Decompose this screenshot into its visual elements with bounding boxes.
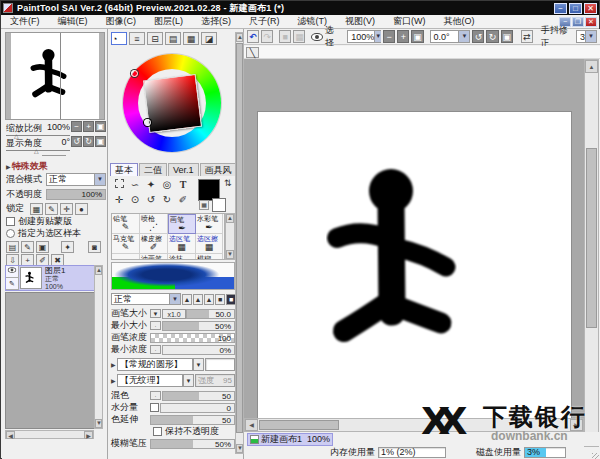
- mix-slider[interactable]: 50: [162, 391, 235, 401]
- brush-smudge[interactable]: 涂抹: [168, 254, 196, 260]
- hue-marker[interactable]: [131, 70, 138, 77]
- menu-view[interactable]: 视图(V): [336, 15, 384, 28]
- scroll-down-icon[interactable]: ▼: [226, 250, 234, 259]
- menu-file[interactable]: 文件(F): [1, 15, 49, 28]
- eyedropper-tool[interactable]: ✐: [175, 193, 191, 208]
- brush-blend-mode-dropdown[interactable]: 正常 ▼: [111, 293, 181, 305]
- brush-density-slider[interactable]: 100: [150, 333, 235, 343]
- delete-layer-icon[interactable]: ✖: [51, 254, 64, 266]
- min-density-pressure-icon[interactable]: ·: [150, 345, 161, 354]
- scroll-up-icon[interactable]: ▲: [226, 214, 234, 223]
- resize-grip[interactable]: [592, 453, 599, 459]
- transfer-down-icon[interactable]: ⇩: [6, 254, 19, 266]
- rotate-cw-button[interactable]: ↻: [83, 136, 94, 147]
- scroll-thumb[interactable]: [586, 148, 597, 328]
- swap-colors-icon[interactable]: ⇅: [224, 178, 232, 188]
- brush-airbrush[interactable]: 喷枪⋰: [140, 214, 168, 234]
- water-slider[interactable]: 0: [160, 403, 235, 413]
- undo-button[interactable]: ↶: [247, 30, 259, 43]
- menu-window[interactable]: 窗口(W): [384, 15, 435, 28]
- scroll-left-icon[interactable]: ◀: [6, 431, 15, 439]
- brush-texture-preset[interactable]: 【无纹理】: [117, 374, 183, 387]
- menu-edit[interactable]: 编辑(E): [49, 15, 97, 28]
- rgb-slider-tab-icon[interactable]: ≡: [129, 32, 145, 45]
- water-checkbox[interactable]: [150, 403, 159, 412]
- canvas-vscrollbar[interactable]: ▲ ▼: [584, 59, 599, 447]
- close-button[interactable]: ✕: [584, 3, 597, 14]
- scroll-right-icon[interactable]: ▶: [84, 431, 93, 439]
- canvas-hscrollbar[interactable]: ◀ ▶: [244, 418, 584, 432]
- rotate-reset-button[interactable]: ▣: [95, 136, 106, 147]
- min-size-pressure-icon[interactable]: ·: [150, 321, 161, 330]
- deselect-button[interactable]: ■: [279, 30, 291, 43]
- brush-eraser[interactable]: 橡皮擦✐: [140, 234, 168, 254]
- layer-edit-pencil-icon[interactable]: ✎: [6, 278, 18, 290]
- canvas-zoom-reset-button[interactable]: ▣: [411, 30, 423, 43]
- canvas-rotate-cw-button[interactable]: ↻: [486, 30, 498, 43]
- angle-slider-thumb[interactable]: △: [34, 147, 39, 154]
- brush-size-multiplier[interactable]: x1.0: [162, 309, 186, 319]
- canvas-zoom-combo[interactable]: 100% ▼: [347, 30, 381, 43]
- stabilizer-combo[interactable]: 3 ▼: [576, 30, 597, 43]
- tab-basic[interactable]: 基本: [110, 163, 138, 176]
- brush-empty-slot[interactable]: [112, 254, 140, 260]
- saturation-value-square[interactable]: [143, 74, 202, 133]
- scroll-up-icon[interactable]: ▲: [236, 33, 243, 42]
- mixer-tab-icon[interactable]: ▤: [165, 32, 181, 45]
- redo-button[interactable]: ↷: [261, 30, 273, 43]
- mix-pressure-icon[interactable]: ·: [150, 391, 161, 400]
- scroll-up-icon[interactable]: ▲: [95, 266, 102, 275]
- canvas-document[interactable]: [258, 112, 571, 420]
- menu-ruler[interactable]: 尺子(R): [240, 15, 289, 28]
- zoom-out-button[interactable]: −: [71, 121, 82, 132]
- brush-pencil[interactable]: 铅笔✎: [112, 214, 140, 234]
- text-tool[interactable]: T: [175, 178, 191, 193]
- flip-horizontal-icon[interactable]: ⇄: [521, 30, 533, 43]
- brush-grid-scrollbar[interactable]: ▲ ▼: [225, 213, 235, 260]
- menu-image[interactable]: 图像(C): [97, 15, 146, 28]
- sv-cursor[interactable]: [144, 119, 151, 126]
- maximize-button[interactable]: □: [569, 3, 582, 14]
- hsv-slider-tab-icon[interactable]: ⊟: [147, 32, 163, 45]
- layer-list-hscrollbar[interactable]: ◀ ▶: [5, 430, 94, 439]
- min-size-slider[interactable]: 50%: [162, 321, 235, 331]
- menu-layer[interactable]: 图层(L): [145, 15, 192, 28]
- brush-size-slider[interactable]: 50.0: [186, 309, 235, 319]
- layer-visibility-eye-icon[interactable]: [6, 266, 18, 278]
- hand-tool[interactable]: ↻: [159, 193, 175, 208]
- new-layer-icon[interactable]: ▤: [6, 241, 19, 253]
- zoom-reset-button[interactable]: ▣: [95, 121, 106, 132]
- layer-wand-icon[interactable]: ✦: [61, 241, 74, 253]
- blend-mode-dropdown[interactable]: 正常 ▼: [46, 173, 106, 186]
- min-density-slider[interactable]: 0%: [162, 345, 235, 355]
- brush-marker[interactable]: 马克笔✎: [112, 234, 140, 254]
- brush-selection-eraser[interactable]: 选区擦▦: [196, 234, 223, 254]
- clear-layer-icon[interactable]: ✐: [36, 254, 49, 266]
- rotate-view-tool[interactable]: ↺: [143, 193, 159, 208]
- canvas-angle-combo[interactable]: 0.0° ▼: [430, 30, 471, 43]
- blur-pressure-slider[interactable]: 50%: [150, 439, 235, 449]
- brush-size-unit-dropdown[interactable]: ▼: [150, 309, 161, 318]
- tab-binary[interactable]: 二值: [139, 163, 167, 176]
- lock-move-icon[interactable]: ✛: [60, 203, 73, 215]
- clipping-mask-checkbox[interactable]: [6, 217, 15, 226]
- tab-ver1[interactable]: Ver.1: [168, 163, 199, 176]
- navigator-thumbnail[interactable]: [5, 32, 105, 120]
- opacity-slider[interactable]: 100%: [46, 189, 106, 200]
- quick-select-tool[interactable]: ◎: [159, 178, 175, 193]
- tab-painting[interactable]: 画具风: [200, 163, 237, 176]
- brush-blur[interactable]: 模糊: [196, 254, 223, 260]
- keep-opacity-checkbox[interactable]: [153, 427, 162, 436]
- scratchpad-tab-icon[interactable]: ◪: [201, 32, 217, 45]
- brush-watercolor[interactable]: 水彩笔✒: [196, 214, 223, 234]
- selection-sample-row[interactable]: 指定为选区样本: [6, 227, 81, 240]
- canvas-zoom-in-button[interactable]: +: [397, 30, 409, 43]
- special-effects-header[interactable]: ▶ 特殊效果: [6, 160, 48, 173]
- brush-edge-soft-icon[interactable]: ■: [215, 294, 225, 305]
- zoom-tool[interactable]: ⊙: [127, 193, 143, 208]
- layer-list-item-selected[interactable]: ✎ 图层1 正常 100%: [5, 265, 101, 291]
- rotate-ccw-button[interactable]: ↺: [71, 136, 82, 147]
- lock-opacity-icon[interactable]: ▦: [30, 203, 43, 215]
- new-linework-layer-icon[interactable]: ✎: [21, 241, 34, 253]
- minimize-button[interactable]: −: [554, 3, 567, 14]
